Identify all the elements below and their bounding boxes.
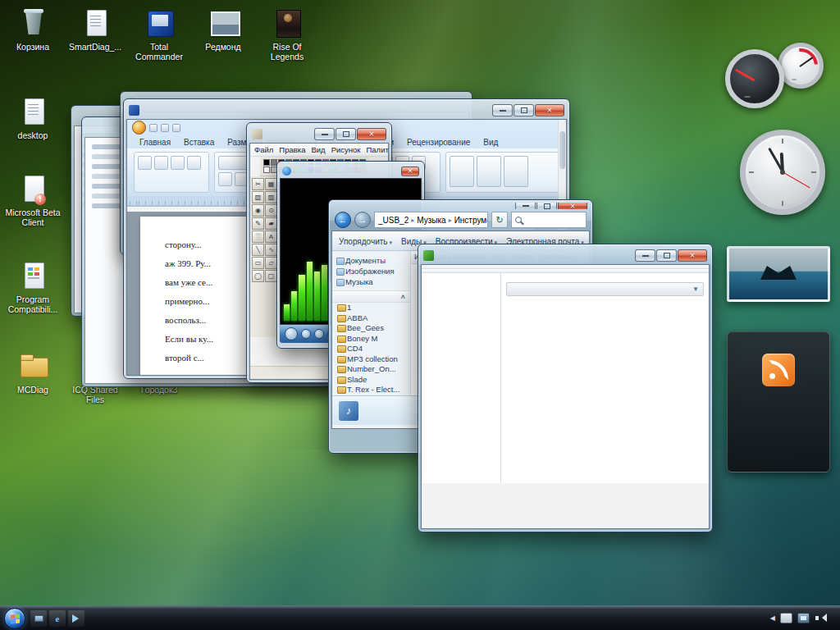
paint-tool-button[interactable]: ▦ (265, 178, 277, 190)
hidden-icons-arrow[interactable]: ◀ (770, 614, 775, 622)
style-button[interactable] (477, 156, 501, 187)
paint-tool-button[interactable]: ⊙ (265, 204, 277, 217)
folder-tree-item[interactable]: MP3 collection (332, 354, 410, 365)
play-button[interactable] (285, 327, 298, 340)
paint-tool-button[interactable]: ▧ (252, 191, 264, 203)
ribbon-button[interactable] (138, 156, 152, 170)
paint-titlebar[interactable]: × (249, 126, 389, 143)
paint-tool-button[interactable]: ✎ (252, 217, 264, 230)
minimize-button[interactable] (635, 249, 655, 262)
maximize-button[interactable] (336, 128, 356, 140)
desktop-icon[interactable]: Total Commander (130, 8, 189, 62)
search-box[interactable] (511, 212, 587, 228)
desktop-icon[interactable]: Rise Of Legends (258, 8, 317, 62)
paint-tool-button[interactable]: ░ (252, 231, 264, 243)
refresh-button[interactable]: ↻ (491, 212, 508, 228)
close-button[interactable]: × (558, 203, 587, 209)
folder-tree-item[interactable]: CD4 (332, 344, 410, 354)
favorite-link[interactable]: Изображения (332, 266, 410, 276)
photo-slideshow-gadget[interactable] (727, 246, 830, 302)
ribbon-button[interactable] (171, 156, 185, 170)
minimize-button[interactable] (492, 104, 513, 116)
close-button[interactable]: × (678, 249, 707, 262)
media-player-icon[interactable] (68, 610, 84, 627)
paint-tool-button[interactable]: ╲ (252, 244, 264, 256)
command-bar-item[interactable]: Упорядочить (339, 237, 392, 246)
redo-icon[interactable] (172, 124, 180, 132)
chevron-down-icon[interactable]: ▼ (692, 285, 699, 293)
internet-explorer-icon[interactable]: e (49, 610, 66, 627)
folder-tree-item[interactable]: The_Beatles... (332, 395, 410, 396)
desktop-icon[interactable]: desktop (3, 97, 62, 140)
close-button[interactable]: × (357, 128, 386, 140)
explorer-titlebar[interactable]: × (331, 203, 590, 209)
forward-button[interactable]: → (354, 212, 371, 228)
minimize-button[interactable] (515, 203, 536, 209)
paint-tool-button[interactable]: A (265, 231, 277, 243)
undo-icon[interactable] (161, 124, 169, 132)
office-button[interactable] (132, 121, 146, 135)
ribbon-tab[interactable]: Вставка (178, 136, 220, 148)
ribbon-button[interactable] (218, 172, 232, 186)
style-button[interactable] (504, 156, 528, 187)
breadcrumb-label[interactable]: _USB_2 (378, 216, 409, 225)
paint-tool-button[interactable]: ∿ (265, 244, 277, 256)
favorites-more-link[interactable] (332, 287, 410, 289)
style-button[interactable] (450, 156, 474, 187)
paint-tool-button[interactable]: ✂ (252, 178, 264, 190)
desktop-icon[interactable]: Редмонд (194, 8, 253, 52)
previous-button[interactable] (314, 329, 324, 339)
folder-tree-item[interactable]: Number_On... (332, 364, 410, 375)
close-button[interactable]: × (401, 167, 419, 176)
minimize-button[interactable] (314, 128, 335, 140)
maximize-button[interactable] (514, 104, 534, 116)
menu-item[interactable]: Рисунок (331, 145, 361, 154)
paint-tool-button[interactable]: ◯ (252, 270, 264, 282)
ribbon-button[interactable] (154, 156, 168, 170)
maximize-button[interactable] (536, 203, 557, 209)
desktop-icon[interactable]: Program Compatibili... (3, 261, 62, 314)
search-input[interactable] (525, 216, 574, 225)
stop-button[interactable] (301, 329, 311, 339)
rss-feed-gadget[interactable] (727, 331, 830, 472)
desktop-icon[interactable]: SmartDiag_... (66, 8, 125, 52)
save-icon[interactable] (149, 124, 158, 132)
ribbon-tab[interactable]: Главная (134, 136, 176, 148)
breadcrumb-segment[interactable]: Инструментальные ▸ (454, 216, 488, 225)
perfmon-window[interactable]: × (418, 244, 713, 532)
favorite-link[interactable]: Музыка (332, 276, 410, 287)
breadcrumb-label[interactable]: Инструментальные (454, 216, 488, 225)
network-tray-icon[interactable] (797, 613, 810, 623)
desktop-icon[interactable]: Корзина (3, 8, 62, 52)
word-titlebar[interactable]: × (126, 102, 567, 119)
close-button[interactable]: × (535, 104, 564, 116)
paint-tool-button[interactable]: ◉ (252, 204, 264, 217)
wmp-titlebar[interactable]: × (280, 164, 422, 178)
address-breadcrumb[interactable]: _USB_2 ▸ Музыка ▸ Инструментальные ▸ ▾ (374, 212, 488, 228)
color-swatch[interactable] (263, 159, 270, 166)
folder-tree-item[interactable]: ABBA (332, 313, 410, 324)
maximize-button[interactable] (656, 249, 677, 262)
color-swatch[interactable] (263, 167, 270, 173)
desktop-icon[interactable]: Microsoft Beta Client (3, 174, 62, 227)
folders-collapse-icon[interactable]: ˄ (400, 292, 405, 301)
language-tray-icon[interactable] (780, 613, 792, 623)
folders-header[interactable]: ˄ (332, 290, 410, 303)
ribbon-tab[interactable]: Рецензирование (401, 136, 476, 148)
cpu-meter-gadget[interactable] (720, 43, 827, 118)
paint-tool-button[interactable]: ▭ (252, 257, 264, 269)
perfmon-titlebar[interactable]: × (421, 247, 710, 264)
show-desktop-icon[interactable] (30, 610, 47, 627)
clock-gadget[interactable] (740, 130, 825, 215)
paint-tool-button[interactable]: ▰ (265, 217, 277, 230)
folder-tree-item[interactable]: 1 (332, 303, 410, 313)
menu-item[interactable]: Палитра (366, 145, 389, 154)
folder-tree-item[interactable]: Slade (332, 375, 410, 386)
menu-item[interactable]: Вид (311, 145, 325, 154)
paint-tool-button[interactable]: ▱ (265, 257, 277, 269)
ribbon-tab[interactable]: Вид (477, 136, 504, 148)
paint-tool-button[interactable]: ▨ (265, 191, 277, 203)
volume-tray-icon[interactable] (815, 613, 827, 623)
desktop-icon[interactable]: MCDiag (3, 351, 62, 395)
menu-item[interactable]: Файл (254, 145, 273, 154)
